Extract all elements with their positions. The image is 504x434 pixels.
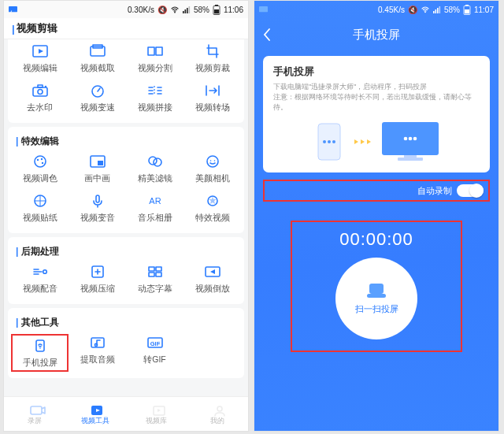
svg-point-22	[41, 162, 43, 164]
pip-icon	[87, 153, 108, 170]
svg-point-19	[35, 156, 46, 167]
svg-rect-4	[187, 8, 188, 13]
tool-item-label: 美颜相机	[195, 173, 230, 184]
left-screen: 0.30K/s 🔇 58% 11:06 | 视频剪辑 视频编辑视频截取视频分割视…	[3, 0, 249, 432]
subtitle-icon	[145, 263, 165, 280]
svg-rect-36	[149, 267, 154, 271]
auto-record-row: 自动录制	[263, 180, 490, 202]
tool-item-beauty[interactable]: 美颜相机	[183, 153, 241, 184]
tool-item-extract-audio[interactable]: 提取音频	[69, 334, 126, 369]
wifi-icon	[170, 6, 180, 13]
tool-item-merge[interactable]: 视频拼接	[126, 82, 183, 113]
svg-rect-71	[367, 294, 386, 298]
tool-item-filter[interactable]: 精美滤镜	[126, 153, 183, 184]
battery-pct: 58%	[194, 6, 209, 14]
tool-item-subtitle[interactable]: 动态字幕	[126, 263, 183, 295]
tool-section: | 后期处理视频配音视频压缩动态字幕视频倒放	[8, 237, 244, 304]
tool-item-edit-clip[interactable]: 视频编辑	[11, 43, 69, 74]
card-title: 手机投屏	[273, 65, 480, 79]
tool-item-compress[interactable]: 视频压缩	[69, 263, 126, 295]
auto-record-toggle[interactable]	[457, 184, 484, 197]
tool-section: | 其他工具手机投屏提取音频GIF转GIF	[8, 308, 244, 378]
phone-device-icon	[313, 122, 345, 161]
status-bar: 0.30K/s 🔇 58% 11:06	[4, 1, 248, 18]
tool-item-capture[interactable]: 视频截取	[69, 43, 126, 74]
right-screen: 0.45K/s 🔇 58% 11:07 手机投屏 手机投屏 下载电脑端"迅捷录屏…	[254, 0, 499, 432]
auto-record-label: 自动录制	[417, 185, 452, 197]
nav-录屏[interactable]: 录屏	[4, 397, 65, 431]
cast-indicator-icon	[9, 6, 17, 13]
svg-point-42	[39, 347, 41, 349]
tool-item-sticker[interactable]: 视频贴纸	[11, 192, 69, 224]
battery-icon	[463, 5, 471, 15]
svg-point-61	[323, 140, 326, 143]
svg-point-17	[44, 86, 46, 87]
back-button[interactable]	[262, 28, 271, 42]
tool-item-camera[interactable]: 去水印	[11, 82, 69, 113]
dub-icon	[30, 263, 50, 280]
arrow-icon	[354, 139, 371, 144]
tool-item-label: 视频剪裁	[195, 63, 230, 74]
svg-rect-56	[439, 6, 440, 13]
tool-item-pip[interactable]: 画中画	[69, 153, 126, 184]
svg-rect-8	[214, 9, 219, 13]
scan-to-cast-button[interactable]: 扫一扫投屏	[335, 258, 417, 339]
nav-我的[interactable]: 我的	[187, 397, 249, 431]
tool-item-gif[interactable]: GIF转GIF	[126, 334, 183, 369]
signal-icon	[433, 6, 441, 13]
tool-item-cast[interactable]: 手机投屏	[11, 334, 69, 372]
gif-icon: GIF	[145, 334, 165, 351]
reverse-icon	[202, 263, 223, 280]
tool-item-label: 视频编辑	[23, 63, 57, 74]
svg-rect-66	[398, 158, 423, 161]
tool-item-transition[interactable]: 视频转场	[183, 82, 241, 113]
svg-rect-51	[259, 6, 268, 12]
page-title: 视频剪辑	[17, 21, 57, 35]
net-speed: 0.30K/s	[128, 6, 154, 14]
tool-item-crop[interactable]: 视频剪裁	[183, 43, 241, 74]
tool-item-label: 视频分割	[138, 63, 172, 74]
scan-icon	[367, 282, 386, 298]
svg-point-67	[403, 137, 407, 141]
svg-text:AR: AR	[149, 196, 161, 206]
tool-item-split[interactable]: 视频分割	[126, 43, 183, 74]
tool-item-dub[interactable]: 视频配音	[11, 263, 69, 295]
tool-item-palette[interactable]: 视频调色	[11, 153, 69, 184]
svg-point-26	[154, 158, 161, 166]
tool-item-speed[interactable]: 视频变速	[69, 82, 126, 113]
cast-indicator-icon	[259, 6, 268, 13]
tool-item-reverse[interactable]: 视频倒放	[183, 263, 241, 295]
svg-point-1	[174, 11, 176, 13]
svg-rect-70	[369, 284, 384, 294]
compress-icon	[87, 263, 108, 280]
svg-rect-24	[98, 161, 103, 165]
svg-rect-47	[31, 406, 42, 414]
svg-rect-38	[149, 273, 154, 276]
nav-视频库[interactable]: 视频库	[126, 397, 187, 431]
bottom-nav: 录屏视频工具视频库我的	[4, 396, 248, 431]
tool-item-ar[interactable]: AR音乐相册	[126, 192, 183, 224]
section-heading: | 后期处理	[11, 243, 241, 263]
status-bar: 0.45K/s 🔇 58% 11:07	[254, 1, 498, 18]
page-title-bar: | 视频剪辑	[4, 18, 248, 39]
voice-icon	[87, 192, 108, 210]
filter-icon	[145, 153, 165, 170]
cast-header: 手机投屏	[254, 18, 498, 51]
svg-rect-5	[188, 6, 190, 13]
svg-rect-39	[156, 273, 161, 276]
svg-rect-0	[9, 6, 17, 12]
tool-item-label: 视频截取	[80, 63, 115, 74]
svg-text:GIF: GIF	[150, 340, 160, 347]
tool-scroll-area[interactable]: 视频编辑视频截取视频分割视频剪裁去水印视频变速视频拼接视频转场| 特效编辑视频调…	[4, 39, 248, 396]
nav-视频工具[interactable]: 视频工具	[65, 397, 127, 431]
card-instructions-1: 下载电脑端"迅捷录屏大师"，启动程序，扫码投屏	[273, 82, 480, 92]
signal-icon	[183, 6, 191, 13]
svg-point-50	[217, 406, 222, 411]
tool-item-label: 手机投屏	[23, 358, 57, 369]
svg-point-21	[40, 158, 42, 160]
tool-item-effect[interactable]: 特效视频	[183, 192, 241, 224]
tool-item-voice[interactable]: 视频变音	[69, 192, 126, 224]
svg-point-63	[332, 140, 335, 143]
device-diagram	[273, 121, 480, 163]
card-instructions-2: 注意：根据网络环境等待时长不同，若出现加载缓慢，请耐心等待。	[273, 92, 480, 113]
